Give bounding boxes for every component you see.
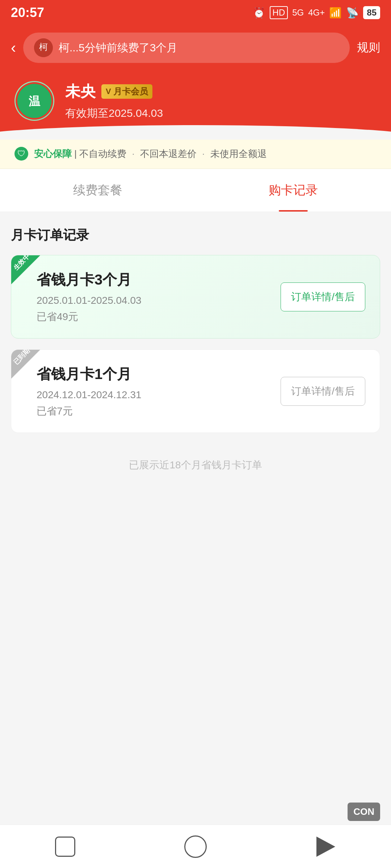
shield-icon: 🛡 — [14, 147, 28, 161]
nav-back-button[interactable] — [313, 834, 339, 859]
user-name-row: 未央 V 月卡会员 — [65, 81, 163, 102]
alarm-icon: ⏰ — [253, 7, 265, 19]
back-button[interactable]: ‹ — [11, 40, 16, 55]
active-badge: 生效中 — [11, 255, 40, 284]
status-icons: ⏰ HD 5G 4G+ 📶 📡 85 — [253, 6, 380, 19]
security-item-2: 不回本退差价 — [140, 148, 197, 159]
content-area: 月卡订单记录 生效中 省钱月卡3个月 2025.01.01-2025.04.03… — [0, 212, 391, 494]
wifi-icon: 📡 — [346, 7, 359, 19]
security-text: 安心保障 | 不自动续费 · 不回本退差价 · 未使用全额退 — [34, 148, 267, 160]
rule-button[interactable]: 规则 — [357, 40, 380, 56]
vip-v-icon: V — [106, 87, 111, 96]
security-item-3: 未使用全额退 — [210, 148, 267, 159]
expired-badge: 已到期 — [11, 350, 40, 379]
5g-icon: 5G — [292, 8, 304, 18]
user-expiry: 有效期至2025.04.03 — [65, 106, 163, 121]
tab-purchase-records[interactable]: 购卡记录 — [196, 169, 391, 212]
tabs: 续费套餐 购卡记录 — [0, 169, 391, 212]
square-icon — [55, 837, 75, 857]
back-arrow-icon — [316, 837, 335, 857]
notification-text: 柯...5分钟前续费了3个月 — [59, 41, 177, 55]
svg-text:柯: 柯 — [39, 42, 48, 52]
order-name-expired: 省钱月卡1个月 — [37, 364, 281, 384]
4g-icon: 4G+ — [308, 8, 325, 18]
order-detail-button-expired[interactable]: 订单详情/售后 — [281, 377, 365, 406]
security-banner: 🛡 安心保障 | 不自动续费 · 不回本退差价 · 未使用全额退 — [0, 139, 391, 169]
security-item-1: 不自动续费 — [79, 148, 126, 159]
order-date-expired: 2024.12.01-2024.12.31 — [37, 389, 281, 401]
order-info-active: 省钱月卡3个月 2025.01.01-2025.04.03 已省49元 — [37, 270, 281, 324]
nav-square-button[interactable] — [52, 834, 78, 859]
notif-avatar: 柯 — [34, 38, 53, 57]
svg-text:温: 温 — [29, 95, 41, 108]
battery-indicator: 85 — [363, 6, 380, 19]
watermark: CON — [348, 803, 380, 821]
section-title: 月卡订单记录 — [11, 226, 380, 244]
status-bar: 20:57 ⏰ HD 5G 4G+ 📶 📡 85 — [0, 0, 391, 25]
order-info-expired: 省钱月卡1个月 2024.12.01-2024.12.31 已省7元 — [37, 364, 281, 418]
security-separator: | — [74, 148, 79, 159]
footer-note: 已展示近18个月省钱月卡订单 — [11, 444, 380, 479]
header: ‹ 柯 柯...5分钟前续费了3个月 规则 — [0, 25, 391, 74]
circle-icon — [184, 835, 207, 858]
dot-1: · — [132, 148, 134, 159]
status-time: 20:57 — [11, 5, 44, 20]
hd-icon: HD — [270, 6, 288, 19]
vip-badge: V 月卡会员 — [101, 84, 152, 99]
order-detail-button-active[interactable]: 订单详情/售后 — [281, 282, 365, 311]
vip-label: 月卡会员 — [113, 86, 148, 97]
security-highlight: 安心保障 — [34, 148, 72, 159]
order-saved-active: 已省49元 — [37, 310, 281, 324]
notification-bar: 柯 柯...5分钟前续费了3个月 — [23, 33, 350, 63]
user-info: 未央 V 月卡会员 有效期至2025.04.03 — [65, 81, 163, 121]
signal-icon: 📶 — [329, 7, 342, 19]
avatar: 温 — [14, 81, 54, 121]
nav-circle-button[interactable] — [183, 834, 208, 859]
dot-2: · — [202, 148, 205, 159]
order-card-active: 生效中 省钱月卡3个月 2025.01.01-2025.04.03 已省49元 … — [11, 255, 380, 339]
order-card-expired: 已到期 省钱月卡1个月 2024.12.01-2024.12.31 已省7元 订… — [11, 349, 380, 433]
user-name: 未央 — [65, 81, 96, 102]
order-name-active: 省钱月卡3个月 — [37, 270, 281, 290]
bottom-nav — [0, 825, 391, 868]
order-saved-expired: 已省7元 — [37, 404, 281, 418]
tab-renew[interactable]: 续费套餐 — [0, 169, 196, 212]
user-section: 温 未央 V 月卡会员 有效期至2025.04.03 — [0, 74, 391, 139]
order-date-active: 2025.01.01-2025.04.03 — [37, 295, 281, 306]
